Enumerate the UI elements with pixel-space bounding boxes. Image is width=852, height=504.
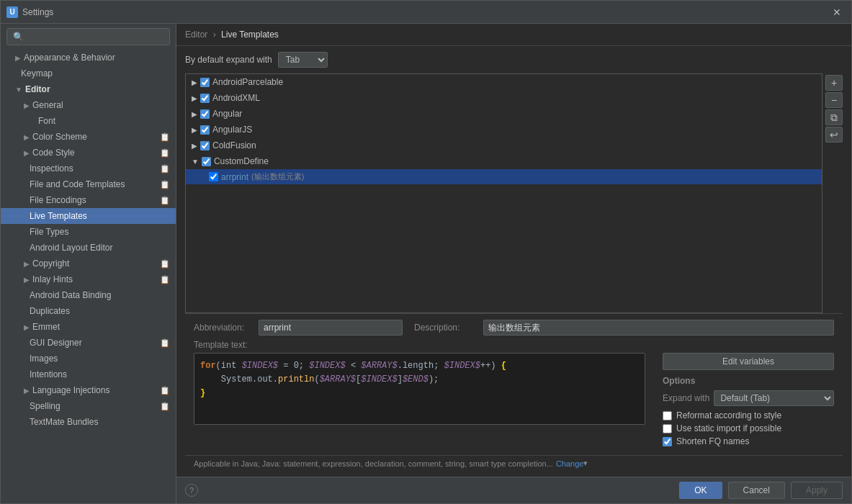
sidebar-item-gui-designer[interactable]: GUI Designer 📋 [1,335,176,351]
sidebar-item-android-layout-editor[interactable]: Android Layout Editor [1,240,176,256]
sidebar-item-general[interactable]: ▶ General [1,97,176,113]
badge-icon: 📋 [160,386,170,395]
group-checkbox[interactable] [200,141,210,150]
templates-list: ▶ AndroidParcelable ▶ AndroidXML [185,73,822,313]
right-panel: Editor › Live Templates By default expan… [176,24,851,503]
sidebar-item-editor[interactable]: ▼ Editor [1,81,176,97]
close-button[interactable]: ✕ [828,5,846,19]
group-checkbox[interactable] [200,109,210,119]
sidebar-item-code-style[interactable]: ▶ Code Style 📋 [1,145,176,161]
static-import-label: Use static import if possible [676,423,781,433]
change-link[interactable]: Change [556,459,584,468]
sidebar-item-live-templates[interactable]: Live Templates [1,208,176,224]
template-group-coldfusion[interactable]: ▶ ColdFusion [186,138,822,153]
badge-icon: 📋 [160,402,170,411]
sidebar-item-appearance[interactable]: ▶ Appearance & Behavior [1,50,176,66]
sidebar-item-keymap[interactable]: Keymap [1,66,176,81]
template-action-buttons: + − ⧉ ↩ [822,73,843,313]
sidebar-item-textmate-bundles[interactable]: TextMate Bundles [1,414,176,430]
shorten-fq-row: Shorten FQ names [663,436,834,446]
arrow-icon: ▶ [24,133,30,141]
sidebar-item-spelling[interactable]: Spelling 📋 [1,398,176,414]
arrow-icon: ▶ [24,323,30,331]
expand-with-select[interactable]: Tab Enter Space [278,52,328,68]
sidebar-item-images[interactable]: Images [1,351,176,366]
arrow-icon: ▶ [24,387,30,395]
sidebar-item-font[interactable]: Font [1,113,176,129]
add-template-button[interactable]: + [825,75,843,91]
sidebar-item-file-code-templates[interactable]: File and Code Templates 📋 [1,176,176,192]
sidebar-item-color-scheme[interactable]: ▶ Color Scheme 📋 [1,129,176,145]
copy-template-button[interactable]: ⧉ [825,109,843,125]
template-group-angularjs[interactable]: ▶ AngularJS [186,122,822,138]
sidebar-item-intentions[interactable]: Intentions [1,366,176,382]
code-editor[interactable]: for(int $INDEX$ = 0; $INDEX$ < $ARRAY$.l… [194,353,645,425]
reformat-label: Reformat according to style [676,410,781,420]
expand-with-options-select[interactable]: Default (Tab) Tab Enter Space [714,390,834,406]
badge-icon: 📋 [160,275,170,284]
group-checkbox[interactable] [200,78,210,87]
group-checkbox[interactable] [200,125,210,135]
breadcrumb: Editor › Live Templates [176,24,851,46]
applicable-row: Applicable in Java; Java: statement, exp… [185,455,843,471]
sidebar-item-language-injections[interactable]: ▶ Language Injections 📋 [1,382,176,398]
arrow-icon: ▶ [24,260,30,268]
options-panel: Edit variables Options Expand with Defau… [654,353,834,449]
shorten-fq-label: Shorten FQ names [676,436,749,446]
sidebar-item-inlay-hints[interactable]: ▶ Inlay Hints 📋 [1,271,176,287]
templates-area: ▶ AndroidParcelable ▶ AndroidXML [185,73,843,313]
group-checkbox[interactable] [200,94,210,103]
search-input[interactable] [6,28,170,45]
abbreviation-row: Abbreviation: Description: [194,320,834,336]
sidebar-item-android-data-binding[interactable]: Android Data Binding [1,287,176,303]
template-text-label: Template text: [194,340,834,350]
apply-button[interactable]: Apply [791,482,843,499]
badge-icon: 📋 [160,132,170,142]
sidebar-item-emmet[interactable]: ▶ Emmet [1,319,176,335]
ok-button[interactable]: OK [679,482,722,499]
badge-icon: 📋 [160,259,170,269]
remove-template-button[interactable]: − [825,92,843,108]
template-group-androidparcelable[interactable]: ▶ AndroidParcelable [186,74,822,90]
expand-with-options-label: Expand with [663,393,709,403]
template-group-angular[interactable]: ▶ Angular [186,106,822,122]
sidebar-item-copyright[interactable]: ▶ Copyright 📋 [1,256,176,271]
item-checkbox[interactable] [209,172,218,181]
sidebar-item-file-encodings[interactable]: File Encodings 📋 [1,192,176,208]
description-label: Description: [414,323,479,333]
badge-icon: 📋 [160,180,170,189]
abbreviation-label: Abbreviation: [194,323,259,333]
arrow-icon: ▶ [24,276,30,284]
main-content: ▶ Appearance & Behavior Keymap ▼ Editor … [1,24,851,503]
badge-icon: 📋 [160,148,170,158]
edit-variables-button[interactable]: Edit variables [663,353,834,370]
shorten-fq-checkbox[interactable] [663,437,672,446]
undo-template-button[interactable]: ↩ [825,127,843,143]
code-options-row: for(int $INDEX$ = 0; $INDEX$ < $ARRAY$.l… [194,353,834,449]
group-checkbox[interactable] [202,157,211,166]
abbreviation-input[interactable] [259,320,403,336]
expand-with-options-row: Expand with Default (Tab) Tab Enter Spac… [663,390,834,406]
app-icon: U [6,6,18,18]
reformat-checkbox[interactable] [663,411,672,420]
static-import-checkbox[interactable] [663,424,672,433]
settings-window: U Settings ✕ ▶ Appearance & Behavior Key… [0,0,852,504]
description-input[interactable] [483,320,834,336]
template-group-customdefine[interactable]: ▼ CustomDefine [186,153,822,169]
cancel-button[interactable]: Cancel [728,482,785,499]
reformat-row: Reformat according to style [663,410,834,420]
expand-with-row: By default expand with Tab Enter Space [185,52,843,68]
sidebar-item-duplicates[interactable]: Duplicates [1,303,176,319]
template-item-arrprint[interactable]: arrprint (输出数组元素) [186,169,822,184]
arrow-icon: ▶ [24,149,30,157]
title-bar: U Settings ✕ [1,1,851,24]
bottom-editor-panel: Abbreviation: Description: Template text… [185,313,843,455]
sidebar-item-inspections[interactable]: Inspections 📋 [1,161,176,176]
badge-icon: 📋 [160,164,170,174]
help-button[interactable]: ? [185,484,198,497]
badge-icon: 📋 [160,196,170,205]
panel-body: By default expand with Tab Enter Space ▶ [176,46,851,477]
window-title: Settings [22,7,828,17]
sidebar-item-file-types[interactable]: File Types [1,224,176,240]
template-group-androidxml[interactable]: ▶ AndroidXML [186,90,822,106]
